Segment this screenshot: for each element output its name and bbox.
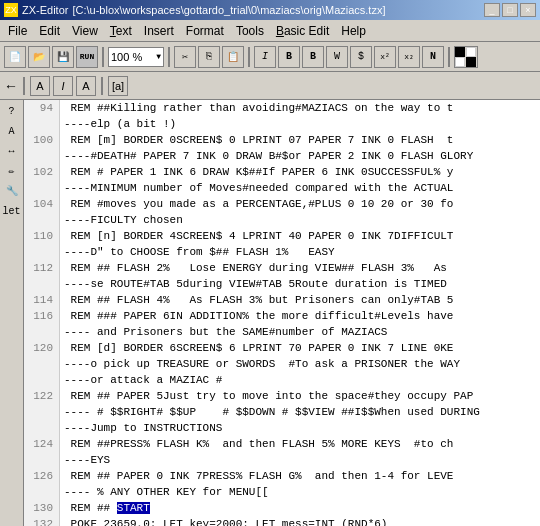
line-content: REM ##PRESS% FLASH K% and then FLASH 5% … (60, 436, 453, 452)
fmt-btn-2[interactable]: I (53, 76, 73, 96)
line-number (24, 244, 60, 260)
line-number: 132 (24, 516, 60, 526)
cut-button[interactable]: ✂ (174, 46, 196, 68)
code-line: 110 REM [n] BORDER 4SCREEN$ 4 LPRINT 40 … (24, 228, 540, 244)
code-line: ---- % ANY OTHER KEY for MENU[[ (24, 484, 540, 500)
line-content: ----or attack a MAZIAC # (60, 372, 222, 388)
menu-view[interactable]: View (66, 22, 104, 40)
code-line: ----se ROUTE#TAB 5during VIEW#TAB 5Route… (24, 276, 540, 292)
line-content: REM [m] BORDER 0SCREEN$ 0 LPRINT 07 PAPE… (60, 132, 453, 148)
run-button[interactable]: RUN (76, 46, 98, 68)
line-number (24, 484, 60, 500)
line-content: REM [d] BORDER 6SCREEN$ 6 LPRINT 70 PAPE… (60, 340, 453, 356)
line-content: REM ## PAPER 0 INK 7PRESS% FLASH G% and … (60, 468, 453, 484)
file-path: [C:\u-blox\workspaces\gottardo_trial\0\m… (72, 4, 385, 16)
code-line: 122 REM ## PAPER 5Just try to move into … (24, 388, 540, 404)
line-number: 104 (24, 196, 60, 212)
menu-insert[interactable]: Insert (138, 22, 180, 40)
line-number (24, 404, 60, 420)
line-content: ---- % ANY OTHER KEY for MENU[[ (60, 484, 269, 500)
line-content: ---- and Prisoners but the SAME#number o… (60, 324, 387, 340)
line-number (24, 116, 60, 132)
fmt-sep-1 (23, 77, 25, 95)
separator-4 (448, 47, 450, 67)
maximize-button[interactable]: □ (502, 3, 518, 17)
code-line: ----o pick up TREASURE or SWORDS #To ask… (24, 356, 540, 372)
menu-basic-edit[interactable]: Basic Edit (270, 22, 335, 40)
menu-help[interactable]: Help (335, 22, 372, 40)
color-block[interactable] (454, 46, 478, 68)
line-number: 126 (24, 468, 60, 484)
separator-3 (248, 47, 250, 67)
line-content: REM [n] BORDER 4SCREEN$ 4 LPRINT 40 PAPE… (60, 228, 453, 244)
line-number: 102 (24, 164, 60, 180)
minimize-button[interactable]: _ (484, 3, 500, 17)
word-wrap-button[interactable]: W (326, 46, 348, 68)
sidebar-icon-6[interactable]: let (3, 202, 21, 220)
line-content: ----MINIMUM number of Moves#needed compa… (60, 180, 453, 196)
line-number (24, 148, 60, 164)
line-number: 122 (24, 388, 60, 404)
code-line: ----FICULTY chosen (24, 212, 540, 228)
menu-text[interactable]: Text (104, 22, 138, 40)
line-number: 130 (24, 500, 60, 516)
menu-format[interactable]: Format (180, 22, 230, 40)
dollar-button[interactable]: $ (350, 46, 372, 68)
code-area[interactable]: 94 REM ##Killing rather than avoiding#MA… (24, 100, 540, 526)
menu-tools[interactable]: Tools (230, 22, 270, 40)
sidebar-icon-1[interactable]: ? (3, 102, 21, 120)
sidebar: ? A ↔ ✏ 🔧 let (0, 100, 24, 526)
app-title: ZX-Editor (22, 4, 68, 16)
menu-file[interactable]: File (2, 22, 33, 40)
subscript-button[interactable]: x₂ (398, 46, 420, 68)
code-line: ----D" to CHOOSE from $## FLASH 1% EASY (24, 244, 540, 260)
line-content: REM ##Killing rather than avoiding#MAZIA… (60, 100, 453, 116)
new-button[interactable]: 📄 (4, 46, 26, 68)
line-number (24, 452, 60, 468)
close-button[interactable]: × (520, 3, 536, 17)
line-number (24, 372, 60, 388)
line-number: 110 (24, 228, 60, 244)
line-content: ----EYS (60, 452, 110, 468)
line-number (24, 420, 60, 436)
fmt-btn-1[interactable]: A (30, 76, 50, 96)
code-line: ----elp (a bit !) (24, 116, 540, 132)
highlighted-text: START (117, 502, 150, 514)
menu-edit[interactable]: Edit (33, 22, 66, 40)
line-number: 94 (24, 100, 60, 116)
line-content: REM # PAPER 1 INK 6 DRAW K$##If PAPER 6 … (60, 164, 453, 180)
code-line: ----#DEATH# PAPER 7 INK 0 DRAW B#$or PAP… (24, 148, 540, 164)
paste-button[interactable]: 📋 (222, 46, 244, 68)
code-line: 102 REM # PAPER 1 INK 6 DRAW K$##If PAPE… (24, 164, 540, 180)
open-button[interactable]: 📂 (28, 46, 50, 68)
sidebar-icon-2[interactable]: A (3, 122, 21, 140)
save-button[interactable]: 💾 (52, 46, 74, 68)
sidebar-icon-4[interactable]: ✏ (3, 162, 21, 180)
fmt-btn-3[interactable]: A (76, 76, 96, 96)
copy-button[interactable]: ⎘ (198, 46, 220, 68)
bold2-button[interactable]: B (302, 46, 324, 68)
code-line: ----MINIMUM number of Moves#needed compa… (24, 180, 540, 196)
italic-button[interactable]: I (254, 46, 276, 68)
line-content: ----#DEATH# PAPER 7 INK 0 DRAW B#$or PAP… (60, 148, 473, 164)
line-content: ----o pick up TREASURE or SWORDS #To ask… (60, 356, 460, 372)
line-number (24, 324, 60, 340)
code-line: 132 POKE 23659,0: LET key=2000: LET mess… (24, 516, 540, 526)
line-number: 114 (24, 292, 60, 308)
line-number (24, 212, 60, 228)
n-button[interactable]: N (422, 46, 444, 68)
code-line: 116 REM ### PAPER 6IN ADDITION% the more… (24, 308, 540, 324)
sidebar-icon-5[interactable]: 🔧 (3, 182, 21, 200)
line-content: ----Jump to INSTRUCTIONS (60, 420, 222, 436)
superscript-button[interactable]: x² (374, 46, 396, 68)
app-icon: ZX (4, 3, 18, 17)
format-toolbar: ← A I A [a] (0, 72, 540, 100)
code-line: ---- # $$RIGHT# $$UP # $$DOWN # $$VIEW #… (24, 404, 540, 420)
fmt-btn-bracket[interactable]: [a] (108, 76, 128, 96)
bold-button[interactable]: B (278, 46, 300, 68)
zoom-selector[interactable]: 100 % ▼ (108, 47, 164, 67)
code-line: 124 REM ##PRESS% FLASH K% and then FLASH… (24, 436, 540, 452)
line-number: 100 (24, 132, 60, 148)
sidebar-icon-3[interactable]: ↔ (3, 142, 21, 160)
line-content: ----D" to CHOOSE from $## FLASH 1% EASY (60, 244, 335, 260)
